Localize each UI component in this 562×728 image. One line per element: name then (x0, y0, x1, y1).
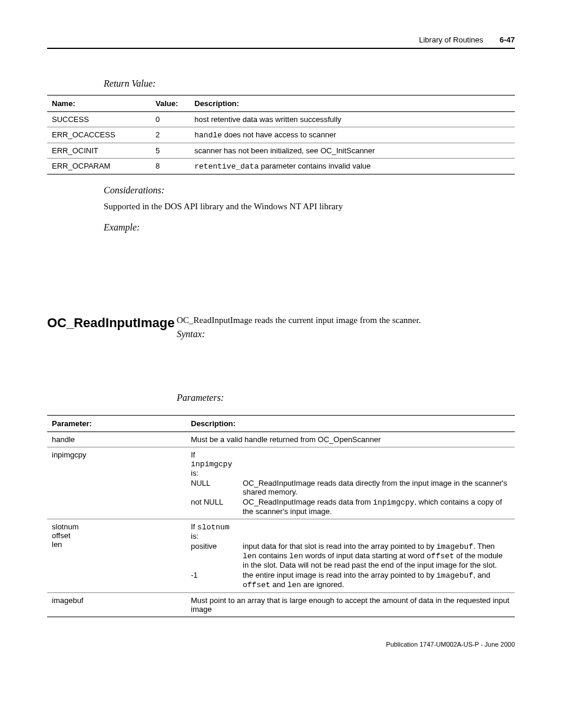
slotnum-positive-desc: input data for that slot is read into th… (243, 542, 510, 569)
header-rule (47, 48, 515, 49)
table-row: inpimgcpy If inpimgcpy is: NULL OC_ReadI… (47, 447, 515, 519)
col-description: Description: (190, 95, 515, 112)
parameters-table: Parameter: Description: handle Must be a… (47, 415, 515, 617)
col-parameter: Parameter: (47, 416, 186, 432)
header-section: Library of Routines (419, 35, 483, 44)
table-row: imagebuf Must point to an array that is … (47, 593, 515, 617)
col-description: Description: (186, 416, 515, 432)
considerations-heading: Considerations: (104, 185, 515, 196)
table-row: ERR_OCINIT 5 scanner has not been initia… (47, 143, 515, 159)
parameters-heading: Parameters: (177, 393, 515, 403)
table-row: slotnum offset len If slotnum is: positi… (47, 519, 515, 593)
col-value: Value: (151, 95, 190, 112)
page-footer: Publication 1747-UM002A-US-P - June 2000 (47, 641, 515, 648)
table-row: SUCCESS 0 host retentive data was writte… (47, 112, 515, 127)
syntax-heading: Syntax: (177, 329, 515, 340)
table-row: ERR_OCPARAM 8 retentive_data parameter c… (47, 159, 515, 174)
example-heading: Example: (104, 222, 515, 233)
return-value-heading: Return Value: (104, 78, 515, 89)
considerations-text: Supported in the DOS API library and the… (104, 202, 515, 212)
return-value-table: Name: Value: Description: SUCCESS 0 host… (47, 95, 515, 174)
table-row: handle Must be a valid handle returned f… (47, 432, 515, 447)
slotnum-negone-desc: the entire input image is read into the … (243, 571, 510, 589)
table-row: ERR_OCACCESS 2 handle does not have acce… (47, 127, 515, 143)
header-page-number: 6-47 (500, 35, 515, 44)
routine-name: OC_ReadInputImage (47, 315, 177, 331)
routine-intro: OC_ReadInputImage reads the current inpu… (177, 315, 515, 325)
page-header: Library of Routines 6-47 (47, 35, 515, 48)
col-name: Name: (47, 95, 151, 112)
